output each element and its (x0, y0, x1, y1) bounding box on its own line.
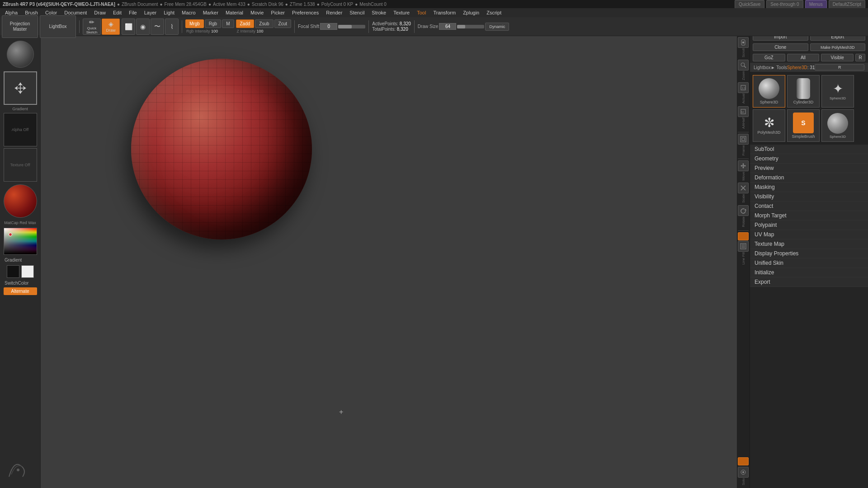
masking-section[interactable]: Masking (750, 183, 868, 192)
texture-map-section[interactable]: Texture Map (750, 239, 868, 249)
move-tool-button[interactable] (4, 71, 37, 105)
preview-section[interactable]: Preview (750, 164, 868, 173)
canvas-area[interactable]: + (41, 36, 750, 488)
projection-master-button[interactable]: Projection Master (2, 15, 38, 38)
menu-zplugin[interactable]: Zplugin (460, 9, 482, 16)
geometry-section[interactable]: Geometry (750, 154, 868, 164)
alpha-preview[interactable]: Alpha Off (4, 113, 37, 146)
menu-macro[interactable]: Macro (179, 9, 199, 16)
line-fill-button[interactable] (738, 241, 749, 252)
menu-file[interactable]: File (126, 9, 140, 16)
quick-sketch-button[interactable]: ✏ Quick Sketch (83, 19, 101, 35)
menu-edit[interactable]: Edit (110, 9, 125, 16)
menu-material[interactable]: Material (222, 9, 246, 16)
svg-marker-0 (19, 82, 22, 85)
default-script[interactable]: DefaultZScript (829, 0, 865, 9)
zcut-button[interactable]: Zcut (274, 19, 291, 28)
sphere3d-thumb[interactable]: Sphere3D (753, 75, 785, 108)
menu-layer[interactable]: Layer (141, 9, 160, 16)
goz-button[interactable]: GoZ (753, 54, 785, 61)
dynamic-button-2[interactable] (738, 457, 749, 465)
sphere3d-3-thumb[interactable]: Sphere3D (821, 109, 854, 142)
make-polymesh-button[interactable]: Make PolyMesh3D (810, 43, 866, 51)
contact-section[interactable]: Contact (750, 202, 868, 211)
curve-btn[interactable]: 〜 (151, 19, 164, 35)
scale-button[interactable] (738, 183, 749, 193)
drag-dot-btn[interactable]: ◉ (136, 19, 150, 35)
color-picker[interactable] (4, 228, 37, 255)
black-swatch[interactable] (7, 265, 19, 278)
separator-5 (414, 20, 415, 33)
draw-button[interactable]: ◈ Draw (102, 19, 120, 35)
rgb-button[interactable]: Rgb (205, 19, 221, 28)
menu-render[interactable]: Render (323, 9, 345, 16)
uv-map-section[interactable]: UV Map (750, 230, 868, 239)
draw-size-value[interactable]: 64 (439, 23, 456, 30)
visible-button[interactable]: Visible (821, 54, 854, 61)
sphere3d-2-thumb[interactable]: ✦ Sphere3D (821, 75, 854, 108)
actual-button[interactable]: 1:1 (738, 82, 749, 93)
lightbox-button[interactable]: LightBox (40, 15, 76, 38)
move-button[interactable] (738, 160, 749, 171)
frame-button[interactable] (738, 134, 749, 145)
cylinder3d-thumb[interactable]: Cylinder3D (787, 75, 820, 108)
clone-button[interactable]: Clone (753, 43, 808, 51)
menu-tool[interactable]: Tool (414, 9, 429, 16)
menu-picker[interactable]: Picker (268, 9, 288, 16)
zoom-button[interactable] (738, 60, 749, 70)
menu-transform[interactable]: Transform (430, 9, 459, 16)
see-through[interactable]: See-through 0 (766, 0, 803, 9)
focal-shift-value[interactable]: 0 (320, 23, 337, 30)
polypaint-section[interactable]: Polypaint (750, 221, 868, 230)
svg-text:AA: AA (741, 111, 744, 113)
menu-bar: Alpha Brush Color Document Draw Edit Fil… (0, 8, 868, 17)
dynamic-indicator[interactable] (738, 232, 749, 240)
morph-target-section[interactable]: Morph Target (750, 211, 868, 221)
menu-movie[interactable]: Movie (247, 9, 267, 16)
display-properties-section[interactable]: Display Properties (750, 249, 868, 258)
mrgb-button[interactable]: Mrgb (185, 19, 204, 28)
material-preview[interactable] (4, 184, 37, 218)
white-swatch[interactable] (21, 265, 34, 278)
menu-stencil[interactable]: Stencil (346, 9, 368, 16)
alternate-button[interactable]: Alternate (4, 287, 37, 295)
menu-light[interactable]: Light (160, 9, 178, 16)
solo-button[interactable] (738, 467, 749, 478)
menu-draw[interactable]: Draw (91, 9, 109, 16)
menu-zscript[interactable]: Zscript (483, 9, 505, 16)
drag-rect-btn[interactable]: ⬜ (122, 19, 135, 35)
aahalf-button[interactable]: AA (738, 106, 749, 117)
texture-preview[interactable]: Texture Off (4, 148, 37, 182)
menu-marker[interactable]: Marker (200, 9, 222, 16)
menus-btn[interactable]: Menus (805, 0, 827, 9)
r-btn-2[interactable]: R (815, 64, 864, 70)
m-button[interactable]: M (222, 19, 234, 28)
polymesh3d-thumb[interactable]: ✼ PolyMesh3D (753, 109, 785, 142)
quicksave-btn[interactable]: QuickSave (735, 0, 764, 9)
unified-skin-section[interactable]: Unified Skin (750, 258, 868, 268)
snake-btn[interactable]: ⌇ (165, 19, 179, 35)
draw-size-slider[interactable] (457, 25, 484, 28)
menu-texture[interactable]: Texture (390, 9, 413, 16)
menu-preferences[interactable]: Preferences (289, 9, 322, 16)
separator-4 (368, 20, 369, 33)
visibility-section[interactable]: Visibility (750, 192, 868, 202)
r-button[interactable]: R (855, 54, 865, 61)
mesh-count: MeshCount 0 (359, 2, 386, 7)
deformation-section[interactable]: Deformation (750, 173, 868, 183)
menu-stroke[interactable]: Stroke (368, 9, 389, 16)
canvas-right-icons: Scroll Zoom 1:1 Actual AA AAHalf Frame M… (737, 36, 750, 488)
all-button[interactable]: All (787, 54, 820, 61)
export-section[interactable]: Export (750, 277, 868, 287)
zsub-button[interactable]: Zsub (255, 19, 273, 28)
focal-shift-slider[interactable] (338, 25, 365, 28)
dynamic-button[interactable]: Dynamic (485, 23, 509, 31)
lightbox-tools-header[interactable]: Lightbox► Tools Sphere3D: 31 R (750, 63, 868, 72)
simplebr-thumb[interactable]: S SimpleBrush (787, 109, 820, 142)
rotate-button[interactable] (738, 205, 749, 216)
subtool-section[interactable]: SubTool (750, 145, 868, 154)
zadd-button[interactable]: Zadd (236, 19, 255, 28)
actual-label: Actual (741, 94, 745, 103)
initialize-section[interactable]: Initialize (750, 268, 868, 277)
scroll-button[interactable] (738, 37, 749, 48)
